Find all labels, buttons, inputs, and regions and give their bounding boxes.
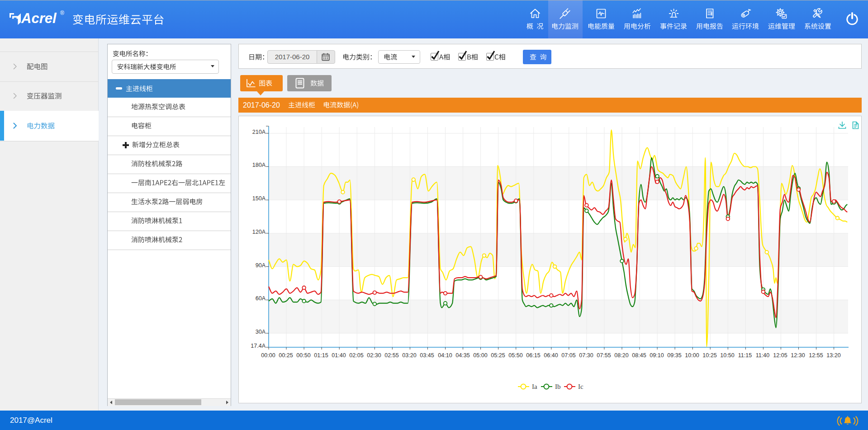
svg-text:Ic: Ic [578, 383, 583, 390]
svg-text:Ia: Ia [532, 383, 537, 390]
svg-text:Ib: Ib [555, 383, 561, 390]
